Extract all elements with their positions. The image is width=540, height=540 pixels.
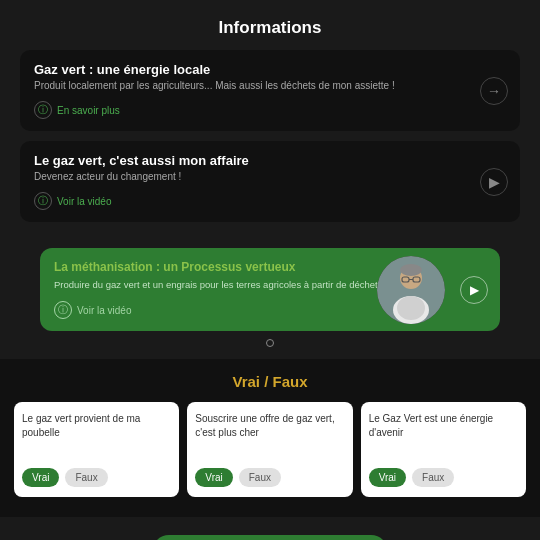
bottom-cta-section: Je découvre les offres de gaz vert: [0, 517, 540, 540]
info-icon-2: ⓘ: [34, 192, 52, 210]
vf-card-3-faux-btn[interactable]: Faux: [412, 468, 454, 487]
vf-card-1-vrai-btn[interactable]: Vrai: [22, 468, 59, 487]
vf-card-3-buttons: Vrai Faux: [369, 468, 455, 487]
vf-card-2-vrai-btn[interactable]: Vrai: [195, 468, 232, 487]
vf-card-2-buttons: Vrai Faux: [195, 468, 281, 487]
vf-card-1: Le gaz vert provient de ma poubelle Vrai…: [14, 402, 179, 497]
card-1-link-text: En savoir plus: [57, 105, 120, 116]
svg-point-3: [397, 296, 425, 320]
vf-card-2: Souscrire une offre de gaz vert, c'est p…: [187, 402, 352, 497]
banner-title-plain: La méthanisation :: [54, 260, 160, 274]
info-card-1: Gaz vert : une énergie locale Produit lo…: [20, 50, 520, 131]
vf-card-3-vrai-btn[interactable]: Vrai: [369, 468, 406, 487]
play-icon-small: ▶: [489, 174, 500, 190]
vf-card-1-text: Le gaz vert provient de ma poubelle: [22, 412, 171, 458]
vrai-faux-title: Vrai / Faux: [14, 373, 526, 390]
card-2-link[interactable]: ⓘ Voir la vidéo: [34, 192, 111, 210]
card-2-subtitle: Devenez acteur du changement !: [34, 171, 476, 182]
page-title: Informations: [20, 10, 520, 50]
card-1-subtitle: Produit localement par les agriculteurs.…: [34, 80, 476, 91]
card-1-title: Gaz vert : une énergie locale: [34, 62, 476, 77]
card-1-link[interactable]: ⓘ En savoir plus: [34, 101, 120, 119]
vf-card-3: Le Gaz Vert est une énergie d'avenir Vra…: [361, 402, 526, 497]
banner-person-image: [377, 256, 445, 324]
svg-point-4: [400, 264, 422, 276]
green-banner: La méthanisation : un Processus vertueux…: [40, 248, 500, 331]
vf-card-1-faux-btn[interactable]: Faux: [65, 468, 107, 487]
banner-play-btn[interactable]: ▶: [460, 276, 488, 304]
banner-wrapper: La méthanisation : un Processus vertueux…: [20, 248, 520, 331]
top-section: Informations Gaz vert : une énergie loca…: [0, 0, 540, 248]
banner-link[interactable]: ⓘ Voir la vidéo: [54, 301, 131, 319]
card-2-title: Le gaz vert, c'est aussi mon affaire: [34, 153, 476, 168]
play-icon-banner: ▶: [470, 283, 479, 297]
card-2-action-btn[interactable]: ▶: [480, 168, 508, 196]
info-card-2: Le gaz vert, c'est aussi mon affaire Dev…: [20, 141, 520, 222]
vf-card-1-buttons: Vrai Faux: [22, 468, 108, 487]
vf-cards-row: Le gaz vert provient de ma poubelle Vrai…: [14, 402, 526, 497]
vf-card-3-text: Le Gaz Vert est une énergie d'avenir: [369, 412, 518, 458]
banner-info-icon: ⓘ: [54, 301, 72, 319]
vrai-faux-section: Vrai / Faux Le gaz vert provient de ma p…: [0, 359, 540, 517]
vf-card-2-text: Souscrire une offre de gaz vert, c'est p…: [195, 412, 344, 458]
banner-link-text: Voir la vidéo: [77, 305, 131, 316]
vf-card-2-faux-btn[interactable]: Faux: [239, 468, 281, 487]
info-icon-1: ⓘ: [34, 101, 52, 119]
banner-title-colored: un Processus vertueux: [160, 260, 295, 274]
card-2-link-text: Voir la vidéo: [57, 196, 111, 207]
arrow-right-icon: →: [487, 83, 501, 99]
carousel-dot: [266, 339, 274, 347]
cta-button[interactable]: Je découvre les offres de gaz vert: [152, 535, 388, 540]
card-1-action-btn[interactable]: →: [480, 77, 508, 105]
